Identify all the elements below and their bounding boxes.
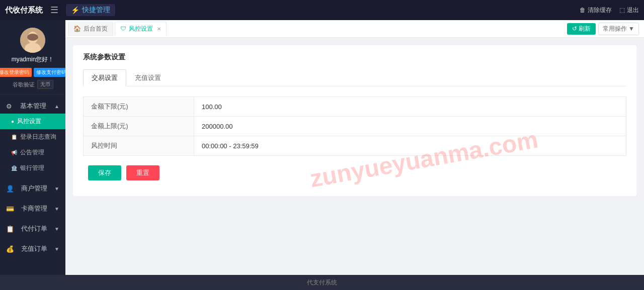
tabs-bar: 🏠 后台首页 🛡 风控设置 ✕ ↺ 刷新 常用操作 ▼ [65, 20, 644, 38]
login-log-label: 登录日志查询 [20, 133, 56, 141]
sidebar-user: myadmin您好！ 修改登录密码 修改支付密码 谷歌验证 无币 [0, 20, 65, 94]
sidebar-section-card: 💳 卡商管理 ▼ [0, 197, 65, 217]
form-value-max-amount: 200000.00 [194, 118, 626, 135]
tabs-right: ↺ 刷新 常用操作 ▼ [567, 23, 644, 35]
sidebar-section-proxy-order-header[interactable]: 📋 代付订单 ▼ [0, 221, 65, 236]
common-ops-btn[interactable]: 常用操作 ▼ [598, 23, 639, 35]
common-ops-label: 常用操作 [603, 25, 627, 33]
change-pay-pwd-btn[interactable]: 修改支付密码 [34, 68, 65, 77]
tab-risk-close-icon[interactable]: ✕ [157, 26, 161, 32]
sidebar: myadmin您好！ 修改登录密码 修改支付密码 谷歌验证 无币 ⚙ 基本管理 … [0, 20, 65, 275]
inner-tab-recharge[interactable]: 充值设置 [126, 69, 170, 86]
svg-point-3 [27, 34, 38, 41]
page-card: 系统参数设置 交易设置 充值设置 金额下限(元) 100.00 金额上限(元) … [73, 45, 636, 196]
sidebar-section-proxy-order: 📋 代付订单 ▼ [0, 217, 65, 237]
page-title: 系统参数设置 [83, 53, 626, 62]
merchant-label: 商户管理 [21, 184, 47, 193]
quick-manage-label: 快捷管理 [82, 6, 110, 15]
form-actions: 保存 重置 [83, 165, 626, 180]
form-row-max-amount: 金额上限(元) 200000.00 [83, 116, 626, 136]
basic-mgmt-arrow: ▲ [54, 104, 59, 109]
footer-text: 代支付系统 [307, 278, 337, 287]
form-value-min-amount: 100.00 [194, 98, 626, 116]
sidebar-section-recharge-order-header[interactable]: 💰 充值订单 ▼ [0, 241, 65, 256]
recharge-order-icon: 💰 [6, 245, 14, 253]
recharge-order-arrow: ▼ [54, 246, 59, 252]
sidebar-section-recharge-order: 💰 充值订单 ▼ [0, 237, 65, 257]
top-header: 代收付系统 ☰ ⚡ 快捷管理 🗑 清除缓存 ⬚ 退出 [0, 0, 644, 20]
logout-icon: ⬚ [619, 7, 625, 14]
bank-icon: 🏦 [11, 165, 17, 171]
app-logo: 代收付系统 [5, 6, 43, 15]
reset-button[interactable]: 重置 [126, 165, 159, 180]
basic-mgmt-label: 基本管理 [20, 102, 46, 111]
proxy-order-arrow: ▼ [54, 226, 59, 232]
logout-btn[interactable]: ⬚ 退出 [619, 6, 639, 15]
form-label-risk-time: 风控时间 [84, 136, 194, 155]
sidebar-section-basic-header[interactable]: ⚙ 基本管理 ▲ [0, 99, 65, 114]
page-content: zunyueyuanma.com 系统参数设置 交易设置 充值设置 金额下限(元… [65, 38, 644, 275]
tab-risk[interactable]: 🛡 风控设置 ✕ [115, 22, 167, 36]
merchant-icon: 👤 [6, 185, 14, 192]
merchant-arrow: ▼ [54, 186, 59, 191]
auth-label: 谷歌验证 [13, 81, 35, 88]
card-icon: 💳 [6, 205, 14, 213]
form-row-risk-time: 风控时间 00:00:00 - 23:59:59 [83, 136, 626, 156]
save-button[interactable]: 保存 [88, 165, 121, 180]
clear-cache-btn[interactable]: 🗑 清除缓存 [580, 6, 612, 15]
risk-tab-icon: 🛡 [120, 25, 126, 32]
form-value-risk-time: 00:00:00 - 23:59:59 [194, 137, 626, 155]
card-arrow: ▼ [54, 206, 59, 212]
sidebar-section-merchant: 👤 商户管理 ▼ [0, 177, 65, 197]
sidebar-item-risk[interactable]: ● 风控设置 [0, 114, 65, 129]
tab-home[interactable]: 🏠 后台首页 [68, 22, 113, 36]
sidebar-section-card-header[interactable]: 💳 卡商管理 ▼ [0, 201, 65, 216]
header-right: 🗑 清除缓存 ⬚ 退出 [580, 6, 639, 15]
refresh-icon: ↺ [572, 25, 577, 32]
risk-label: 风控设置 [17, 117, 41, 126]
footer: 代支付系统 [0, 275, 644, 290]
common-ops-dropdown-icon: ▼ [628, 25, 634, 32]
notice-label: 公告管理 [20, 148, 44, 157]
refresh-btn[interactable]: ↺ 刷新 [567, 23, 596, 35]
inner-tabs: 交易设置 充值设置 [83, 69, 626, 86]
content-area: 🏠 后台首页 🛡 风控设置 ✕ ↺ 刷新 常用操作 ▼ zunyu [65, 20, 644, 275]
clear-cache-label: 清除缓存 [588, 6, 612, 15]
form-label-max-amount: 金额上限(元) [84, 117, 194, 136]
sidebar-auth: 谷歌验证 无币 [13, 80, 53, 89]
home-icon: 🏠 [73, 25, 81, 32]
risk-dot-icon: ● [11, 119, 14, 124]
sidebar-nav: ⚙ 基本管理 ▲ ● 风控设置 📋 登录日志查询 📢 公告管理 🏦 [0, 94, 65, 275]
sidebar-section-merchant-header[interactable]: 👤 商户管理 ▼ [0, 181, 65, 196]
sidebar-item-notice[interactable]: 📢 公告管理 [0, 145, 65, 160]
refresh-label: 刷新 [579, 25, 591, 33]
sidebar-item-login-log[interactable]: 📋 登录日志查询 [0, 129, 65, 145]
proxy-order-icon: 📋 [6, 225, 14, 233]
quick-icon: ⚡ [71, 6, 79, 14]
logout-label: 退出 [627, 6, 639, 15]
clear-icon: 🗑 [580, 7, 586, 14]
recharge-order-label: 充值订单 [21, 244, 47, 253]
basic-mgmt-icon: ⚙ [6, 103, 12, 110]
sidebar-action-btns: 修改登录密码 修改支付密码 [0, 68, 65, 77]
bank-label: 银行管理 [20, 164, 44, 172]
inner-tab-transaction[interactable]: 交易设置 [83, 69, 126, 86]
form-label-min-amount: 金额下限(元) [84, 97, 194, 116]
card-label: 卡商管理 [21, 204, 47, 213]
notice-icon: 📢 [11, 150, 17, 155]
avatar [20, 28, 45, 53]
tab-home-label: 后台首页 [84, 25, 108, 33]
sidebar-section-basic: ⚙ 基本管理 ▲ ● 风控设置 📋 登录日志查询 📢 公告管理 🏦 [0, 94, 65, 177]
sidebar-item-bank[interactable]: 🏦 银行管理 [0, 160, 65, 176]
main-layout: myadmin您好！ 修改登录密码 修改支付密码 谷歌验证 无币 ⚙ 基本管理 … [0, 20, 644, 275]
proxy-order-label: 代付订单 [21, 224, 47, 233]
quick-manage-btn[interactable]: ⚡ 快捷管理 [66, 4, 115, 16]
auth-badge: 无币 [37, 80, 53, 89]
menu-toggle-icon[interactable]: ☰ [50, 5, 58, 16]
tab-risk-label: 风控设置 [129, 25, 153, 33]
change-login-pwd-btn[interactable]: 修改登录密码 [0, 68, 32, 77]
sidebar-username: myadmin您好！ [12, 55, 54, 64]
login-log-icon: 📋 [11, 134, 17, 140]
form-row-min-amount: 金额下限(元) 100.00 [83, 96, 626, 117]
